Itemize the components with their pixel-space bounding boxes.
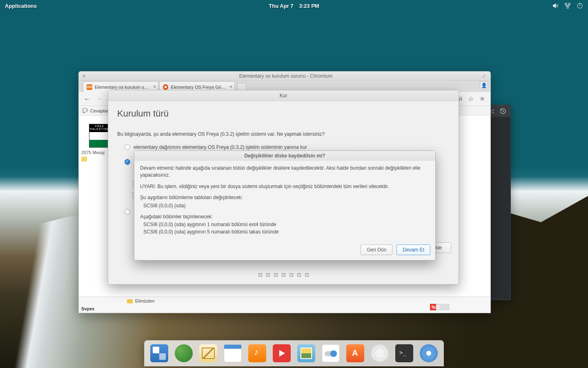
maximize-icon[interactable]: ⤢ [482,74,487,79]
network-icon[interactable] [564,2,571,9]
favicon-icon: DH [87,84,92,90]
forward-button[interactable]: → [94,94,104,104]
clock-area[interactable]: Thu Apr 7 3:23 PM [269,3,319,9]
profile-button[interactable]: 👤 [480,81,488,90]
page-footer: Elimizden Svpex %32 [79,296,490,313]
installer-intro: Bu bilgisayarda, şu anda elementary OS F… [117,131,450,137]
tab-label: Elementary os kurulum so... [95,85,150,90]
dialog-title: Değişiklikler diske kaydedilsin mi? [134,151,435,161]
dialog-list-item: SCSI6 (0,0,0) (sda) aygıtının 1 numaralı… [140,221,430,228]
dock-music[interactable] [248,344,266,362]
dock-web-browser[interactable] [175,344,193,362]
panel-date: Thu Apr 7 [269,3,293,9]
power-icon[interactable] [577,2,583,9]
bookmark-icon: 💬 [82,108,88,114]
dock-terminal[interactable] [395,344,413,362]
option-label: elementary dağıtımını elementary OS Frey… [134,144,307,150]
dock-photos[interactable] [297,344,315,362]
dialog-list-item: SCSI6 (0,0,0) (sda) aygıtının 5 numaralı… [140,229,430,236]
dock-videos[interactable] [273,344,291,362]
top-panel: Applications Thu Apr 7 3:23 PM [0,0,588,11]
bookmark-icon[interactable]: ☆ [466,94,476,104]
dot-icon [266,273,270,277]
note-icon [81,157,87,162]
dock-settings[interactable] [322,344,340,362]
progress-dots [108,273,459,277]
sound-icon[interactable] [552,2,559,9]
close-icon[interactable]: ✕ [153,84,156,90]
dock-chromium[interactable] [420,344,438,362]
dot-icon [258,273,262,277]
dialog-section-heading: Şu aygıtların bölümleme tabloları değişt… [140,194,430,201]
footer-text: Elimizden [127,298,487,303]
back-button[interactable]: ← [82,94,92,104]
radio-icon[interactable] [125,209,130,215]
new-tab-button[interactable] [237,83,246,90]
radio-icon[interactable] [125,144,130,150]
avatar-image: FREEPALESTINE [89,124,110,148]
username: Svpex [81,306,94,311]
radio-icon[interactable] [125,159,130,165]
installer-title: Kur [108,90,459,101]
menu-icon[interactable]: ≡ [477,94,487,104]
installer-heading: Kurulum türü [108,101,459,121]
close-icon[interactable]: ✕ [82,74,87,79]
dot-icon [297,273,301,277]
confirm-dialog[interactable]: Değişiklikler diske kaydedilsin mi? Deva… [134,150,436,260]
dock-software-center[interactable] [346,344,364,362]
chromium-titlebar: ✕ Elementary os kurulum sorunu - Chromiu… [79,72,490,81]
dot-icon [282,273,285,277]
svg-rect-0 [565,3,567,5]
dialog-paragraph: Devam etmeniz halinde aşağıda sıralanan … [140,165,430,179]
install-alongside-option[interactable]: elementary dağıtımını elementary OS Frey… [125,144,450,150]
dock-calendar[interactable] [224,344,242,362]
history-icon[interactable] [500,108,506,114]
window-title: Elementary os kurulum sorunu - Chromium [89,73,482,79]
dialog-section-heading: Aşağıdaki bölümler biçimlenecek: [140,213,430,220]
dialog-warning: UYARI: Bu işlem, sildiğiniz veya yeni bi… [140,183,430,190]
dock-workspace-switcher[interactable] [150,344,168,362]
panel-time: 3:23 PM [299,3,319,9]
dot-icon [305,273,309,277]
dock-disk-burner[interactable] [371,344,389,362]
dock [144,340,444,366]
tab-label: Elementary OS Freya Görü... [171,85,226,90]
favicon-icon: ◉ [163,84,168,90]
dialog-list-item: SCSI6 (0,0,0) (sda) [140,202,430,209]
dot-icon [290,273,293,277]
bookmark-item[interactable]: Cevaplar [90,108,108,113]
dialog-body: Devam etmeniz halinde aşağıda sıralanan … [134,161,435,241]
dot-icon [274,273,278,277]
continue-button[interactable]: Devam Et [396,245,430,255]
close-icon[interactable]: ✕ [229,84,233,90]
back-button[interactable]: Geri Dön [361,245,392,255]
applications-menu[interactable]: Applications [5,3,37,9]
percent-badge: %32 [430,304,450,310]
desktop: Applications Thu Apr 7 3:23 PM [0,0,588,368]
svg-rect-1 [568,3,570,5]
dock-mail[interactable] [199,344,217,362]
svg-rect-2 [567,7,568,8]
